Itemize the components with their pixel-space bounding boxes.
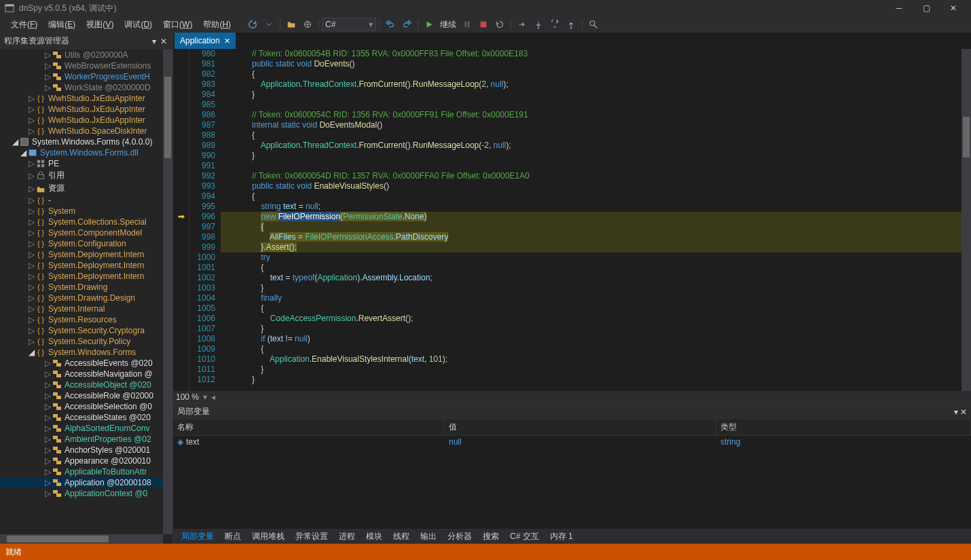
expand-icon[interactable]: ▷ <box>43 83 52 92</box>
tree-node[interactable]: ▷WwhStudio.JxEduAppInter <box>0 93 163 104</box>
tree-node[interactable]: ▷AnchorStyles @020001 <box>0 445 163 455</box>
expand-icon[interactable]: ▷ <box>43 61 52 71</box>
expand-icon[interactable]: ▷ <box>27 105 35 114</box>
expand-icon[interactable]: ▷ <box>43 445 52 455</box>
bottom-tab[interactable]: 模块 <box>361 529 388 544</box>
menu-w[interactable]: 窗口(W) <box>158 17 198 33</box>
bottom-tab[interactable]: 输出 <box>415 529 442 544</box>
tree-node[interactable]: ▷System.Internal <box>0 303 163 314</box>
tree-node[interactable]: ▷AccessibleObject @020 <box>0 379 163 390</box>
tree-node[interactable]: ▷System.Resources <box>0 314 163 325</box>
expand-icon[interactable]: ▷ <box>43 478 52 487</box>
expand-icon[interactable]: ▷ <box>43 72 52 81</box>
tree-node[interactable]: ◢System.Windows.Forms <box>0 347 163 358</box>
expand-icon[interactable]: ▷ <box>27 195 35 205</box>
expand-icon[interactable]: ▷ <box>43 358 52 368</box>
open-button[interactable] <box>283 17 299 32</box>
zoom-dropdown-icon[interactable]: ▾ <box>203 392 207 402</box>
search-button[interactable] <box>585 17 602 32</box>
expand-icon[interactable]: ▷ <box>43 402 52 411</box>
close-button[interactable]: ✕ <box>940 0 967 16</box>
tree-node[interactable]: ▷WorkerProgressEventH <box>0 71 163 82</box>
menu-d[interactable]: 调试(D) <box>119 17 158 33</box>
expand-icon[interactable]: ▷ <box>43 413 52 422</box>
expand-icon[interactable]: ◢ <box>27 348 35 357</box>
expand-icon[interactable]: ▷ <box>27 239 35 248</box>
continue-label[interactable]: 继续 <box>437 19 459 31</box>
zoom-left-icon[interactable]: ◂ <box>211 392 215 402</box>
bottom-tab[interactable]: 内存 1 <box>545 529 579 544</box>
bottom-tab[interactable]: 异常设置 <box>290 529 333 544</box>
tree-node[interactable]: ▷AmbientProperties @02 <box>0 434 163 445</box>
expand-icon[interactable]: ▷ <box>27 228 35 238</box>
tree-node[interactable]: ▷AccessibleStates @020 <box>0 412 163 423</box>
expand-icon[interactable]: ▷ <box>27 261 35 270</box>
expand-icon[interactable]: ▷ <box>27 293 35 303</box>
expand-icon[interactable]: ▷ <box>43 424 52 433</box>
maximize-button[interactable]: ▢ <box>913 0 940 16</box>
tree-node[interactable]: ▷ApplicableToButtonAttr <box>0 466 163 477</box>
tree-node[interactable]: ▷System.Deployment.Intern <box>0 249 163 260</box>
tree-node[interactable]: ▷AccessibleSelection @0 <box>0 401 163 412</box>
tree-node[interactable]: ▷AccessibleEvents @020 <box>0 358 163 369</box>
pause-button[interactable] <box>459 17 475 32</box>
tree-node[interactable]: ▷资源 <box>0 182 163 195</box>
expand-icon[interactable]: ▷ <box>27 304 35 314</box>
tree-vertical-scrollbar[interactable] <box>163 50 172 534</box>
locals-col-type[interactable]: 类型 <box>716 419 971 435</box>
expand-icon[interactable]: ▷ <box>43 380 52 390</box>
tree-node[interactable]: ▷System.Configuration <box>0 238 163 249</box>
bottom-tab[interactable]: C# 交互 <box>505 529 545 544</box>
tree-node[interactable]: ▷WwhStudio.SpaceDiskInter <box>0 126 163 136</box>
refresh-button[interactable] <box>244 17 261 32</box>
bottom-tab[interactable]: 分析器 <box>442 529 477 544</box>
tree-node[interactable]: ▷AlphaSortedEnumConv <box>0 423 163 434</box>
step-over-button[interactable] <box>530 17 547 32</box>
expand-icon[interactable]: ◢ <box>11 137 19 147</box>
expand-icon[interactable]: ▷ <box>27 326 35 335</box>
expand-icon[interactable]: ▷ <box>27 115 35 125</box>
bottom-tab[interactable]: 进程 <box>333 529 361 544</box>
expand-icon[interactable]: ▷ <box>27 159 35 168</box>
restart-button[interactable] <box>492 17 508 32</box>
expand-icon[interactable]: ▷ <box>27 217 35 227</box>
expand-icon[interactable]: ▷ <box>43 467 52 477</box>
step-up-button[interactable] <box>563 17 579 32</box>
menu-h[interactable]: 帮助(H) <box>198 17 236 33</box>
tree-node[interactable]: ▷WebBrowserExtensions <box>0 60 163 71</box>
tree-node[interactable]: ▷System <box>0 206 163 217</box>
tree-node[interactable]: ▷- <box>0 195 163 206</box>
menu-e[interactable]: 编辑(E) <box>43 17 81 33</box>
expand-icon[interactable]: ▷ <box>43 456 52 466</box>
refresh-dropdown-button[interactable] <box>261 17 277 32</box>
tab-application[interactable]: Application ✕ <box>175 33 236 49</box>
tree-node[interactable]: ▷WwhStudio.JxEduAppInter <box>0 115 163 126</box>
tree-node[interactable]: ▷WorkState @0200000D <box>0 82 163 93</box>
locals-close-button[interactable]: ✕ <box>960 407 967 417</box>
expand-icon[interactable]: ▷ <box>27 171 35 181</box>
expand-icon[interactable]: ▷ <box>43 369 52 379</box>
editor-vertical-scrollbar[interactable] <box>961 49 971 391</box>
zoom-level[interactable]: 100 % <box>176 392 199 402</box>
panel-dropdown-button[interactable]: ▾ <box>151 37 158 46</box>
tree-node[interactable]: ▷System.Deployment.Intern <box>0 260 163 271</box>
step-into-button[interactable] <box>514 17 530 32</box>
stop-button[interactable] <box>475 17 492 32</box>
assembly-tree[interactable]: ▷Utils @0200000A▷WebBrowserExtensions▷Wo… <box>0 50 172 544</box>
tree-node[interactable]: ▷System.Drawing <box>0 282 163 293</box>
tree-node[interactable]: ▷System.Security.Policy <box>0 336 163 347</box>
step-out-button[interactable] <box>547 17 563 32</box>
locals-dropdown-button[interactable]: ▾ <box>954 407 958 417</box>
menu-f[interactable]: 文件(F) <box>5 17 43 33</box>
tree-node[interactable]: ▷AccessibleRole @02000 <box>0 390 163 401</box>
expand-icon[interactable]: ▷ <box>27 206 35 216</box>
expand-icon[interactable]: ▷ <box>43 489 52 498</box>
expand-icon[interactable]: ▷ <box>27 272 35 281</box>
tree-node[interactable]: ▷ApplicationContext @0 <box>0 488 163 499</box>
tree-node[interactable]: ◢System.Windows.Forms.dll <box>0 147 163 158</box>
tree-node[interactable]: ▷System.Drawing.Design <box>0 293 163 303</box>
tree-node[interactable]: ▷System.Security.Cryptogra <box>0 325 163 336</box>
tree-node[interactable]: ▷AccessibleNavigation @ <box>0 369 163 379</box>
bottom-tab[interactable]: 线程 <box>388 529 415 544</box>
expand-icon[interactable]: ▷ <box>27 337 35 346</box>
